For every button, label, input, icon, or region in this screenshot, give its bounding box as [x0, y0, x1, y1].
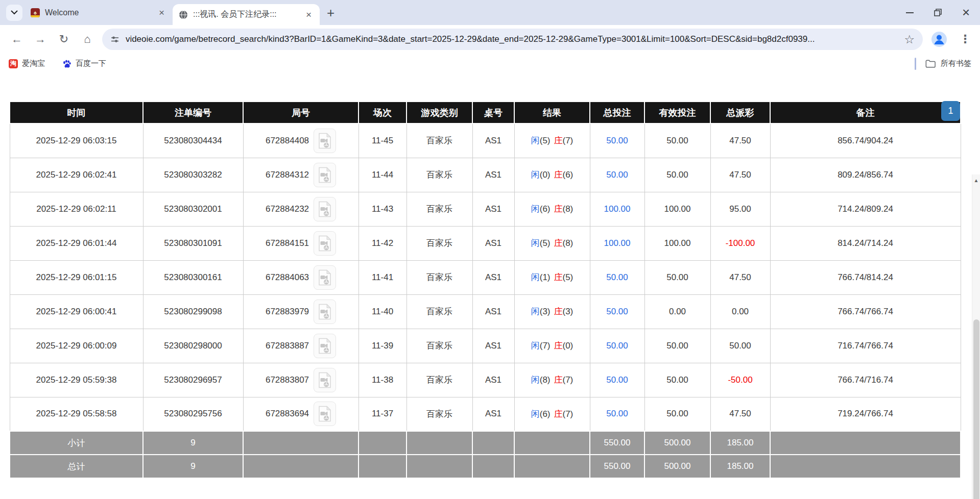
cell-time: 2025-12-29 06:02:11 [10, 192, 143, 226]
all-bookmarks-label: 所有书签 [941, 59, 971, 68]
column-header-10: 备注 [770, 102, 961, 123]
browser-menu-button[interactable]: ⋮ [955, 33, 975, 46]
cell-table-number: AS1 [472, 123, 514, 158]
banker-label: 庄 [554, 204, 563, 214]
video-replay-button[interactable] [314, 334, 336, 358]
favicon-strip [31, 15, 40, 17]
minimize-icon [906, 12, 914, 13]
cell-game-type: 百家乐 [407, 397, 472, 431]
back-button[interactable]: ← [5, 28, 29, 51]
bookmarks-bar: 淘 爱淘宝 百度一下 所有书签 [0, 54, 980, 73]
banker-label: 庄 [554, 409, 563, 419]
cell-table-number: AS1 [472, 363, 514, 397]
cell-round: 672884151 [243, 226, 358, 260]
video-record-icon [318, 406, 332, 422]
vertical-scrollbar[interactable]: ▲ [972, 174, 980, 499]
video-replay-button[interactable] [314, 265, 336, 290]
cell-total-bet[interactable]: 50.00 [590, 397, 644, 431]
cell-valid-bet: 50.00 [644, 158, 710, 192]
cell-valid-bet: 50.00 [644, 397, 710, 431]
tab-betrecord[interactable]: :::视讯. 会员下注纪录::: × [173, 4, 320, 25]
empty-cell [514, 431, 590, 455]
empty-cell [358, 455, 407, 478]
bookmark-aitaobao[interactable]: 淘 爱淘宝 [9, 59, 45, 68]
cell-time: 2025-12-29 06:00:41 [10, 294, 143, 329]
tab-welcome[interactable]: ♠ Welcome × [25, 0, 173, 25]
table-row: 2025-12-29 06:01:44 523080301091 6728841… [10, 226, 961, 260]
table-header-row: 时间注单编号局号场次游戏类别桌号结果总投注有效投注总派彩备注 [10, 102, 961, 123]
tab-close-icon[interactable]: × [157, 7, 166, 18]
column-header-1: 注单编号 [143, 102, 243, 123]
site-info-icon[interactable] [110, 35, 119, 44]
bookmark-star-icon[interactable]: ☆ [904, 33, 915, 46]
cell-result: 闲(5)庄(8) [514, 226, 590, 260]
new-tab-button[interactable]: + [327, 6, 334, 19]
cell-total-bet[interactable]: 50.00 [590, 260, 644, 294]
cell-bet-id: 523080303282 [143, 158, 243, 192]
page-content: 1 时间注单编号局号场次游戏类别桌号结果总投注有效投注总派彩备注 2025-12… [0, 101, 980, 499]
cell-total-bet[interactable]: 50.00 [590, 123, 644, 158]
video-record-icon [318, 235, 332, 252]
bookmark-baidu[interactable]: 百度一下 [62, 59, 106, 68]
close-window-button[interactable]: × [952, 0, 980, 25]
player-score: (7) [540, 341, 551, 351]
player-label: 闲 [531, 341, 540, 351]
reload-button[interactable]: ↻ [52, 28, 76, 51]
subtotal-valid-bet: 500.00 [644, 431, 710, 455]
tab-title: :::视讯. 会员下注纪录::: [193, 9, 299, 20]
column-header-3: 场次 [358, 102, 407, 123]
bookmark-label: 百度一下 [76, 59, 106, 68]
banker-score: (8) [563, 204, 573, 214]
video-replay-button[interactable] [314, 402, 336, 426]
minimize-button[interactable] [896, 0, 924, 25]
player-label: 闲 [531, 136, 540, 145]
player-label: 闲 [531, 170, 540, 180]
all-bookmarks[interactable]: 所有书签 [915, 58, 971, 70]
profile-avatar[interactable] [931, 31, 947, 47]
cell-table-number: AS1 [472, 397, 514, 431]
tab-close-icon[interactable]: × [304, 9, 314, 20]
window-controls: × [896, 0, 980, 25]
table-row: 2025-12-29 05:59:38 523080296957 6728838… [10, 363, 961, 397]
video-replay-button[interactable] [314, 163, 336, 187]
cell-payout: -50.00 [710, 363, 770, 397]
cell-total-bet[interactable]: 100.00 [590, 226, 644, 260]
pagination-page-1[interactable]: 1 [941, 101, 960, 121]
tab-bar: ♠ Welcome × :::视讯. 会员下注纪录::: × + × [0, 0, 980, 25]
cell-time: 2025-12-29 06:01:15 [10, 260, 143, 294]
scrollbar-thumb[interactable] [973, 319, 979, 499]
empty-cell [358, 431, 407, 455]
cell-total-bet[interactable]: 100.00 [590, 192, 644, 226]
cell-session: 11-42 [358, 226, 407, 260]
cell-total-bet[interactable]: 50.00 [590, 329, 644, 363]
forward-button[interactable]: → [29, 28, 52, 51]
grand-total-label: 总计 [10, 455, 143, 478]
video-replay-button[interactable] [314, 368, 336, 392]
cell-bet-id: 523080304434 [143, 123, 243, 158]
video-replay-button[interactable] [314, 129, 336, 153]
maximize-button[interactable] [924, 0, 952, 25]
cell-total-bet[interactable]: 50.00 [590, 294, 644, 329]
cell-total-bet[interactable]: 50.00 [590, 363, 644, 397]
column-header-4: 游戏类别 [407, 102, 472, 123]
banker-score: (6) [563, 170, 573, 180]
address-bar[interactable]: videoie.com/game/betrecord_search/kind3?… [102, 29, 923, 50]
scroll-up-arrow[interactable]: ▲ [972, 178, 980, 183]
chevron-down-icon [11, 10, 18, 15]
home-button[interactable]: ⌂ [76, 28, 99, 51]
video-replay-button[interactable] [314, 300, 336, 324]
player-score: (6) [540, 409, 551, 419]
round-number: 672883807 [266, 375, 309, 385]
cell-result: 闲(6)庄(7) [514, 397, 590, 431]
cell-valid-bet: 0.00 [644, 294, 710, 329]
restore-icon [934, 8, 942, 17]
url-text[interactable]: videoie.com/game/betrecord_search/kind3?… [126, 34, 904, 44]
video-replay-button[interactable] [314, 231, 336, 256]
video-replay-button[interactable] [314, 197, 336, 221]
round-number: 672883887 [266, 341, 309, 351]
tab-search-button[interactable] [6, 5, 22, 21]
table-row: 2025-12-29 06:00:09 523080298000 6728838… [10, 329, 961, 363]
cell-total-bet[interactable]: 50.00 [590, 158, 644, 192]
player-label: 闲 [531, 238, 540, 248]
cell-game-type: 百家乐 [407, 294, 472, 329]
